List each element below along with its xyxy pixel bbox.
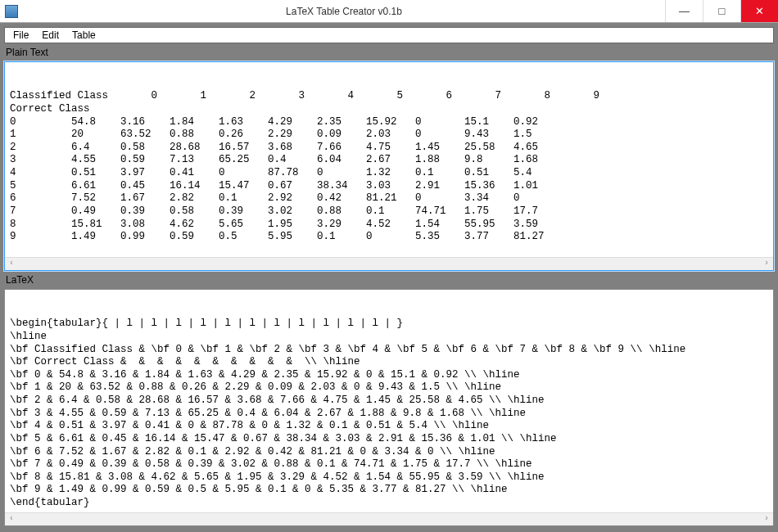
plain-text-content[interactable]: Classified Class 0 1 2 3 4 5 6 7 8 9 Cor… [10,90,768,244]
client-area: File Edit Table Plain Text Classified Cl… [4,27,774,528]
menubar: File Edit Table [4,27,774,43]
scroll-right-icon[interactable]: › [760,259,773,269]
close-button[interactable]: ✕ [740,0,778,22]
menu-edit[interactable]: Edit [35,29,66,42]
plain-text-hscroll[interactable]: ‹ › [5,257,773,270]
app-icon [5,5,18,18]
menu-table[interactable]: Table [66,29,102,42]
titlebar[interactable]: LaTeX Table Creator v0.1b — □ ✕ [0,0,778,23]
scroll-left-icon[interactable]: ‹ [5,259,18,269]
maximize-button[interactable]: □ [703,0,740,22]
window-title: LaTeX Table Creator v0.1b [23,6,665,17]
latex-content[interactable]: \begin{tabular}{ | l | l | l | l | l | l… [10,318,768,509]
window: LaTeX Table Creator v0.1b — □ ✕ File Edi… [0,0,778,532]
minimize-button[interactable]: — [665,0,703,22]
scroll-right-icon[interactable]: › [760,514,773,525]
latex-hscroll[interactable]: ‹ › [5,512,773,525]
menu-file[interactable]: File [7,29,35,42]
plain-text-pane[interactable]: Classified Class 0 1 2 3 4 5 6 7 8 9 Cor… [4,61,774,271]
window-buttons: — □ ✕ [665,0,778,22]
plain-text-label: Plain Text [4,47,774,58]
latex-label: LaTeX [4,274,774,286]
latex-pane[interactable]: \begin{tabular}{ | l | l | l | l | l | l… [4,289,774,526]
scroll-left-icon[interactable]: ‹ [5,514,18,525]
